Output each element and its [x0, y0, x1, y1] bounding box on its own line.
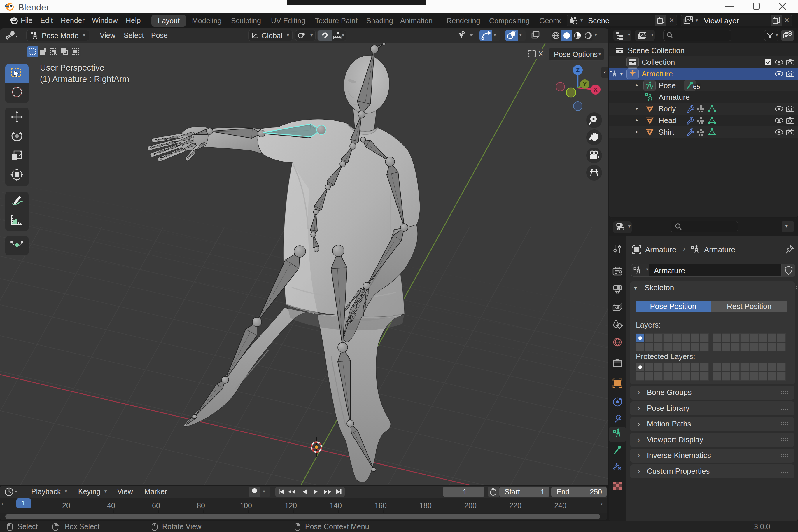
- svg-text:Y: Y: [583, 81, 587, 87]
- svg-text:X: X: [593, 86, 597, 93]
- svg-text:Z: Z: [576, 67, 580, 73]
